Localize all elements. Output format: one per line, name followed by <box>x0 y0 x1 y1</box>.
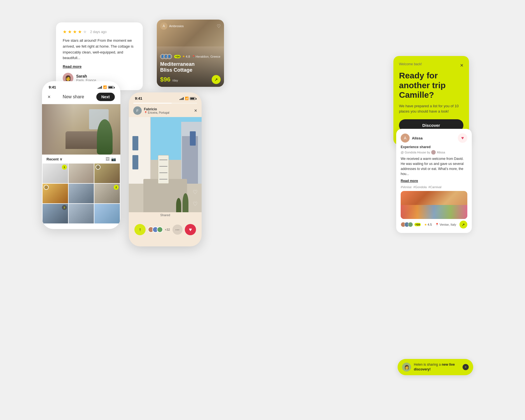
live-discovery-toast: 👩 Helen is sharing a new live discovery!… <box>398 359 473 375</box>
review-text: Five stars all around! From the moment w… <box>63 38 136 61</box>
next-button[interactable]: Next <box>96 93 115 101</box>
med-price: $96 <box>160 76 171 83</box>
med-heart-icon[interactable]: ♡ <box>217 24 221 29</box>
phone-share: 9:41 📶 × New share Next Recent ∨ <box>42 81 120 229</box>
med-count-badge: +24 <box>174 55 181 58</box>
story-more-button[interactable]: ··· <box>172 225 183 235</box>
exp-avatar-row <box>401 222 412 227</box>
grid-item-house3[interactable]: 2 <box>94 184 120 203</box>
story-share-button[interactable]: ↑ <box>134 224 146 235</box>
chevron-down-icon: ∨ <box>60 157 62 161</box>
exp-avatar: A <box>401 134 410 143</box>
camera-icon[interactable]: 📷 <box>111 157 116 161</box>
review-card: ★ ★ ★ ★ ★ 2 days ago Five stars all arou… <box>56 22 143 90</box>
exp-pin-icon: 📍 <box>435 223 439 227</box>
story-progress-fill <box>133 103 172 104</box>
story-viewer-avatars <box>148 227 161 233</box>
med-arrow-button[interactable]: ↗ <box>212 75 221 84</box>
at-label: @ Gondola House by <box>401 151 430 154</box>
med-avatars: 👤 👤 👤 <box>160 54 170 59</box>
grid-item-extra1[interactable]: 3 <box>43 204 68 223</box>
exp-arrow-button[interactable]: ↗ <box>459 221 467 228</box>
review-stars: ★ ★ ★ ★ ★ 2 days ago <box>63 29 136 34</box>
live-toast-text: Helen is sharing a new live discovery! <box>414 362 460 372</box>
grid-item-autumn[interactable] <box>43 184 68 203</box>
med-host: A Ambrosios <box>160 22 184 30</box>
exp-user: A Alissa <box>401 134 423 143</box>
exp-location: 📍 Venise, Italy <box>435 223 456 227</box>
grid-item-house2[interactable] <box>69 184 94 203</box>
welcome-top: Welcome back! × <box>399 62 463 69</box>
star-3: ★ <box>73 29 77 34</box>
star-2: ★ <box>68 29 72 34</box>
phone-recent-label: Recent ∨ <box>46 157 62 161</box>
read-more-link[interactable]: Read more <box>63 64 81 69</box>
exp-heart-button[interactable]: ♥ <box>458 133 467 143</box>
exp-tag-1: #Venise <box>401 185 412 189</box>
grid-item-kitchen[interactable]: 1 <box>43 164 68 183</box>
story-viewers: +32 <box>148 227 170 233</box>
phone-recent-bar: Recent ∨ 🖼 📷 <box>42 155 120 164</box>
story-close-button[interactable]: × <box>194 108 197 114</box>
story-host-location: 📍 Ericeira, Portugal <box>144 111 169 114</box>
photo-library-icon[interactable]: 🖼 <box>106 157 109 161</box>
story-time: 9:41 <box>135 96 142 101</box>
grid-item-extra3[interactable] <box>94 204 120 223</box>
phone-gallery-icons: 🖼 📷 <box>106 157 116 161</box>
story-shared-label: Shared <box>129 213 202 217</box>
wifi-icon: 📶 <box>103 85 107 89</box>
story-heart-white2-icon: ♡ <box>193 200 198 207</box>
welcome-close-button[interactable]: × <box>460 62 463 69</box>
building-left <box>129 117 151 184</box>
reviewer-name: Sarah <box>76 74 96 78</box>
story-user: F Fabricio 📍 Ericeira, Portugal <box>133 106 169 115</box>
live-toast-close-button[interactable]: × <box>463 364 469 370</box>
med-meta: 👤 👤 👤 +24 4.8 Heraklion, Greece <box>160 54 221 59</box>
story-battery-icon <box>190 97 195 100</box>
story-av-3 <box>157 227 163 233</box>
exp-property-image-inner <box>401 191 467 219</box>
story-signal-icon <box>179 97 184 100</box>
phone-time: 9:41 <box>49 85 56 89</box>
signal-icon <box>98 86 102 89</box>
phone-photo-grid: 1 2 3 <box>42 164 120 223</box>
phone-status-bar: 9:41 📶 <box>42 81 120 90</box>
story-image <box>129 117 202 212</box>
exp-count-badge: +24 <box>414 223 421 226</box>
exp-avatars-group: +24 <box>401 222 421 227</box>
story-side-actions: ♡ ♡ <box>193 189 198 207</box>
exp-shared-label: Experience shared <box>401 145 467 149</box>
exp-property-image <box>401 191 467 219</box>
battery-icon <box>108 86 114 89</box>
phone-story: 9:41 📶 F Fabricio 📍 Ericeira, Portugal <box>129 92 202 246</box>
phone-toolbar: × New share Next <box>42 90 120 104</box>
grid-item-couch[interactable] <box>69 164 94 183</box>
story-viewer-count: +32 <box>165 228 170 231</box>
shutter-l1 <box>132 136 138 150</box>
welcome-back-label: Welcome back! <box>399 62 422 66</box>
exp-tag-2: #Gondola <box>413 185 427 189</box>
grid-item-extra2[interactable] <box>69 204 94 223</box>
exp-tag-3: #Carnival <box>428 185 441 189</box>
story-avatar: F <box>133 106 142 115</box>
exp-at: @ Gondola House by Alissa <box>401 150 467 155</box>
plant-left <box>176 198 181 212</box>
close-button[interactable]: × <box>48 94 51 100</box>
review-date: 2 days ago <box>90 30 107 34</box>
med-location: Heraklion, Greece <box>192 55 221 58</box>
med-title: MediterraneanBliss Cottage <box>160 61 221 73</box>
exp-read-more-link[interactable]: Read more <box>401 179 418 183</box>
shutter-l2 <box>132 155 138 169</box>
story-like-button[interactable]: ♥ <box>185 224 196 235</box>
exp-bottom: +24 4.5 📍 Venise, Italy ↗ <box>401 221 467 228</box>
welcome-subtitle: We have prepared a list for you of 10 pl… <box>399 103 463 114</box>
star-4: ★ <box>78 29 82 34</box>
phone-share-title: New share <box>63 94 84 99</box>
med-card-content: 👤 👤 👤 +24 4.8 Heraklion, Greece Mediterr… <box>160 54 221 84</box>
shutter-r1 <box>190 131 196 146</box>
story-wifi-icon: 📶 <box>185 97 189 100</box>
phone-icons: 📶 <box>98 85 114 89</box>
exp-tags: #Venise #Gondola #Carnival <box>401 185 467 189</box>
grid-item-house1[interactable] <box>94 164 120 183</box>
story-phone-icons: 📶 <box>179 97 195 100</box>
